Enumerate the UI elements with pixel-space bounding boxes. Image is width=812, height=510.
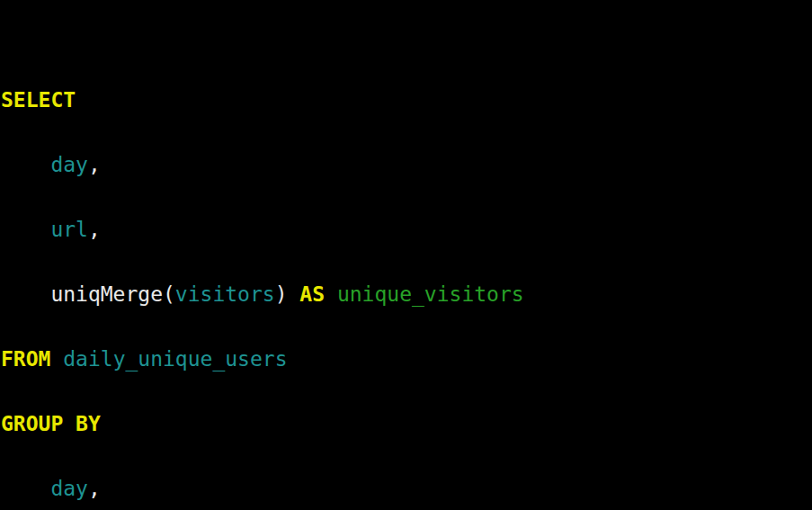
sql-function-call: uniqMerge( <box>50 282 174 306</box>
sql-keyword-from: FROM <box>1 347 50 371</box>
sql-keyword-select: SELECT <box>1 88 76 112</box>
sql-line-from: FROM daily_unique_users <box>1 348 812 370</box>
sql-line-col-day: day, <box>1 154 812 175</box>
sql-alias: unique_visitors <box>337 282 524 306</box>
sql-comma: , <box>88 477 101 500</box>
sql-function-arg: visitors <box>175 282 275 306</box>
sql-function-close: ) <box>275 282 288 306</box>
sql-line-select: SELECT <box>1 89 812 111</box>
sql-line-col-url: url, <box>1 219 812 240</box>
sql-ident-url: url <box>50 218 88 241</box>
sql-from-table: daily_unique_users <box>63 347 287 371</box>
sql-line-group-day: day, <box>1 478 812 499</box>
sql-group-day: day <box>50 477 88 500</box>
sql-comma: , <box>88 218 101 241</box>
sql-comma: , <box>88 153 101 176</box>
sql-line-aggregate: uniqMerge(visitors) AS unique_visitors <box>1 283 812 305</box>
sql-keyword-as: AS <box>299 282 325 306</box>
sql-keyword-groupby: GROUP BY <box>1 412 101 435</box>
sql-ident-day: day <box>50 153 88 176</box>
terminal-screen[interactable]: SELECT day, url, uniqMerge(visitors) AS … <box>0 0 812 510</box>
sql-line-groupby: GROUP BY <box>1 413 812 434</box>
